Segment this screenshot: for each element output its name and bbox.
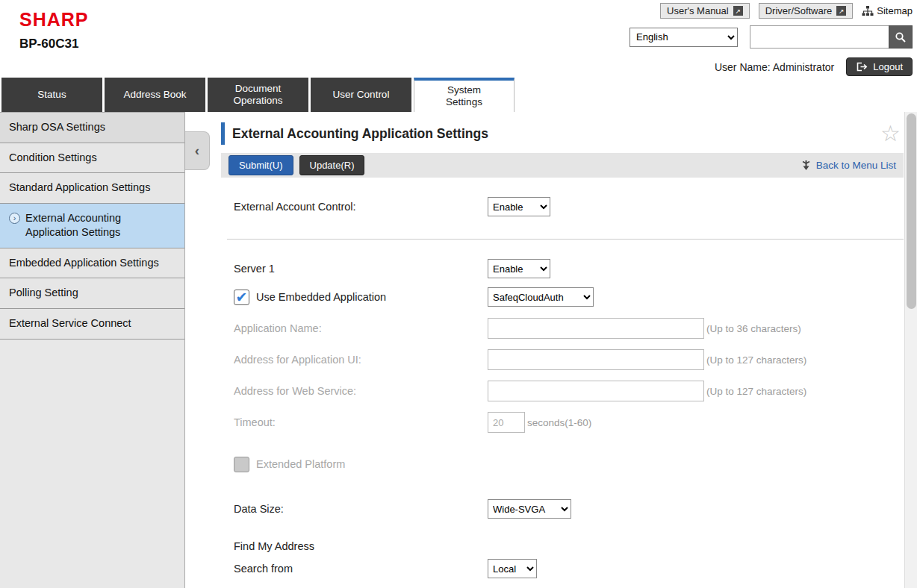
tab-label: System Settings <box>429 84 499 107</box>
checkbox-label: Extended Platform <box>256 458 345 470</box>
search-from-select[interactable]: Local <box>488 559 537 578</box>
sidebar-collapse-button[interactable]: ‹ <box>185 131 210 170</box>
application-name-input[interactable] <box>488 318 704 339</box>
field-label: External Account Control: <box>221 201 488 213</box>
sidebar-item-label: Condition Settings <box>9 151 97 163</box>
sidebar-item-sharp-osa-settings[interactable]: Sharp OSA Settings <box>0 113 184 143</box>
field-label: Address for Web Service: <box>221 385 488 397</box>
user-name-text: User Name: Administrator <box>715 61 834 73</box>
language-select[interactable]: English <box>630 28 738 47</box>
content-area: Sharp OSA Settings Condition Settings St… <box>0 112 917 588</box>
sidebar-item-label: External Service Connect <box>9 317 131 329</box>
page-title: External Accounting Application Settings <box>232 126 488 142</box>
search-icon <box>895 31 907 43</box>
field-label: Timeout: <box>221 416 488 428</box>
form-row-external-account-control: External Account Control: Enable <box>221 196 904 218</box>
field-hint: (Up to 127 characters) <box>706 386 806 397</box>
form-row-server1: Server 1 Enable <box>221 257 904 280</box>
sidebar-item-label: Sharp OSA Settings <box>9 121 105 133</box>
external-link-icon: ↗ <box>836 6 846 16</box>
field-label: Server 1 <box>221 263 488 275</box>
field-hint: seconds(1-60) <box>527 417 591 428</box>
sidebar-item-label: Standard Application Settings <box>9 181 150 193</box>
sitemap-link[interactable]: Sitemap <box>862 5 913 16</box>
form-row-use-embedded-application: ✔ Use Embedded Application SafeqCloudAut… <box>221 286 904 308</box>
search-button[interactable] <box>889 25 913 49</box>
checkbox-label: Use Embedded Application <box>256 291 386 303</box>
settings-sidebar: Sharp OSA Settings Condition Settings St… <box>0 112 185 588</box>
tab-system-settings[interactable]: System Settings <box>414 78 515 112</box>
form-row-search-from: Search from Local <box>221 557 904 580</box>
main-tab-bar: Status Address Book Document Operations … <box>0 78 917 112</box>
page-header: SHARP BP-60C31 User's Manual ↗ Driver/So… <box>0 0 917 78</box>
sitemap-icon <box>862 6 874 16</box>
logout-button[interactable]: Logout <box>846 57 913 76</box>
sidebar-item-label: External Accounting Application Settings <box>25 211 175 240</box>
external-account-control-select[interactable]: Enable <box>488 197 550 216</box>
use-embedded-application-checkbox[interactable]: ✔ <box>234 290 249 305</box>
form-row-data-size: Data Size: Wide-SVGA <box>221 498 904 520</box>
data-size-select[interactable]: Wide-SVGA <box>488 499 571 519</box>
settings-main-panel: External Accounting Application Settings… <box>185 112 917 588</box>
timeout-input[interactable] <box>488 412 525 433</box>
form-row-application-name: Application Name: (Up to 36 characters) <box>221 317 904 340</box>
extended-platform-checkbox[interactable] <box>234 457 249 472</box>
address-application-ui-input[interactable] <box>488 349 704 370</box>
section-label: Find My Address <box>221 540 488 552</box>
users-manual-button[interactable]: User's Manual ↗ <box>660 3 750 19</box>
address-web-service-input[interactable] <box>488 381 704 401</box>
submit-button[interactable]: Submit(U) <box>229 155 293 175</box>
header-links-row: User's Manual ↗ Driver/Software ↗ S <box>660 3 913 19</box>
driver-software-button[interactable]: Driver/Software ↗ <box>759 3 854 19</box>
sharp-logo: SHARP <box>19 9 89 31</box>
page-title-row: External Accounting Application Settings… <box>221 122 904 145</box>
tab-label: Document Operations <box>223 83 293 106</box>
field-label: Search from <box>221 563 488 575</box>
server1-enable-select[interactable]: Enable <box>488 259 550 278</box>
form-row-address-application-ui: Address for Application UI: (Up to 127 c… <box>221 348 904 371</box>
sidebar-item-embedded-application-settings[interactable]: Embedded Application Settings <box>0 248 184 279</box>
tab-status[interactable]: Status <box>1 78 102 112</box>
sitemap-label: Sitemap <box>877 5 913 16</box>
search-box <box>750 25 913 49</box>
tab-label: User Control <box>333 89 390 101</box>
page-title-block: External Accounting Application Settings <box>221 122 488 145</box>
tab-document-operations[interactable]: Document Operations <box>208 78 308 112</box>
favorite-star-icon[interactable]: ☆ <box>880 122 901 145</box>
sidebar-item-polling-setting[interactable]: Polling Setting <box>0 278 184 309</box>
field-hint: (Up to 36 characters) <box>706 323 801 334</box>
back-to-menu-link[interactable]: Back to Menu List <box>801 160 896 172</box>
checkmark-icon: ✔ <box>236 290 248 304</box>
tab-address-book[interactable]: Address Book <box>105 78 205 112</box>
embedded-application-select[interactable]: SafeqCloudAuth <box>488 287 594 307</box>
header-search-row: English <box>630 25 913 49</box>
field-label: Address for Application UI: <box>221 354 488 366</box>
form-row-address-web-service: Address for Web Service: (Up to 127 char… <box>221 380 904 402</box>
title-accent-bar <box>221 122 225 145</box>
sidebar-item-external-accounting-application-settings[interactable]: › External Accounting Application Settin… <box>0 204 184 248</box>
field-label: Application Name: <box>221 322 488 334</box>
form-row-find-my-address: Find My Address <box>221 538 904 554</box>
vertical-scrollbar[interactable] <box>904 112 917 588</box>
sidebar-item-external-service-connect[interactable]: External Service Connect <box>0 309 184 340</box>
field-hint: (Up to 127 characters) <box>706 354 806 366</box>
checkbox-group: ✔ Use Embedded Application <box>221 290 488 305</box>
search-input[interactable] <box>750 25 889 49</box>
scrollbar-thumb[interactable] <box>907 113 916 309</box>
external-link-icon: ↗ <box>733 6 743 16</box>
header-user-row: User Name: Administrator Logout <box>715 57 913 76</box>
sidebar-item-condition-settings[interactable]: Condition Settings <box>0 143 184 174</box>
brand-block: SHARP BP-60C31 <box>19 9 89 51</box>
sidebar-item-label: Embedded Application Settings <box>9 257 159 269</box>
sidebar-item-label: Polling Setting <box>9 287 78 298</box>
form-row-timeout: Timeout: seconds(1-60) <box>221 411 904 434</box>
update-button[interactable]: Update(R) <box>299 155 365 175</box>
action-toolbar: Submit(U) Update(R) Back to Menu List <box>221 153 904 178</box>
tab-user-control[interactable]: User Control <box>311 78 411 112</box>
selected-arrow-icon: › <box>9 213 20 224</box>
users-manual-label: User's Manual <box>667 5 729 16</box>
form-row-extended-platform: Extended Platform <box>221 453 904 475</box>
section-divider <box>227 239 904 240</box>
back-to-menu-icon <box>801 160 812 172</box>
sidebar-item-standard-application-settings[interactable]: Standard Application Settings <box>0 173 184 204</box>
